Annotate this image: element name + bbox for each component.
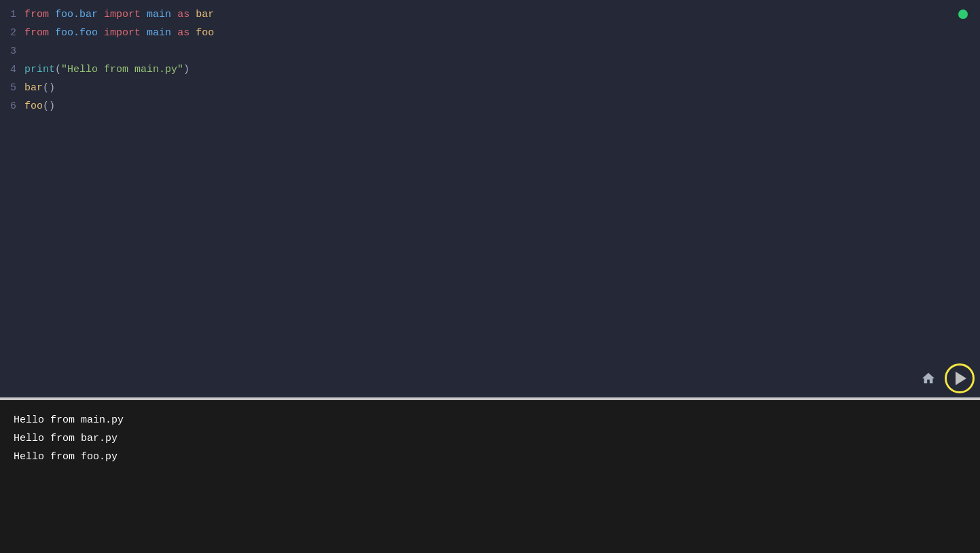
line-number: 6	[0, 97, 24, 115]
output-area: Hello from main.pyHello from bar.pyHello…	[0, 400, 980, 553]
code-line: 4print("Hello from main.py")	[0, 60, 980, 79]
bottom-toolbar	[912, 361, 980, 397]
code-line: 2from foo.foo import main as foo	[0, 24, 980, 42]
code-text: foo()	[24, 97, 55, 115]
line-number: 1	[0, 5, 24, 24]
code-text: from foo.bar import main as bar	[24, 5, 214, 24]
line-number: 3	[0, 42, 24, 60]
code-text: print("Hello from main.py")	[24, 60, 189, 79]
output-line: Hello from bar.py	[14, 429, 966, 448]
line-number: 4	[0, 60, 24, 79]
output-line: Hello from main.py	[14, 411, 966, 429]
code-editor[interactable]: 1from foo.bar import main as bar2from fo…	[0, 0, 980, 397]
code-line: 3	[0, 42, 980, 60]
home-button[interactable]	[918, 368, 939, 389]
code-text: from foo.foo import main as foo	[24, 24, 214, 42]
output-line: Hello from foo.py	[14, 448, 966, 466]
editor-area: 1from foo.bar import main as bar2from fo…	[0, 0, 980, 397]
line-number: 2	[0, 24, 24, 42]
code-line: 5bar()	[0, 79, 980, 97]
line-number: 5	[0, 79, 24, 97]
status-indicator	[958, 10, 968, 19]
run-button[interactable]	[945, 363, 975, 393]
code-content: 1from foo.bar import main as bar2from fo…	[0, 0, 980, 121]
code-text: bar()	[24, 79, 55, 97]
code-line: 6foo()	[0, 97, 980, 115]
code-line: 1from foo.bar import main as bar	[0, 5, 980, 24]
